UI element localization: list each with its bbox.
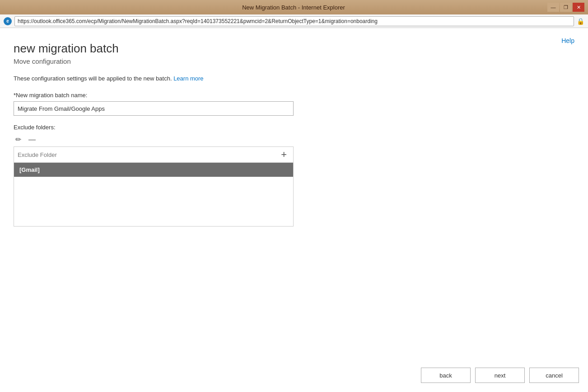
description-prefix: These configuration settings will be app… — [14, 75, 172, 82]
bottom-bar: back next cancel — [421, 368, 579, 383]
batch-name-label: *New migration batch name: — [14, 92, 574, 99]
help-link[interactable]: Help — [561, 37, 574, 44]
batch-name-input[interactable] — [14, 101, 294, 116]
address-input[interactable] — [14, 16, 574, 26]
lock-icon: 🔒 — [577, 18, 584, 25]
browser-icon: e — [4, 17, 12, 25]
close-button[interactable]: ✕ — [573, 3, 584, 12]
back-button[interactable]: back — [421, 368, 471, 383]
list-item[interactable]: [Gmail] — [14, 163, 293, 177]
folder-input-row: + — [14, 147, 293, 163]
window-controls[interactable]: — ❐ ✕ — [547, 3, 584, 12]
restore-button[interactable]: ❐ — [560, 3, 572, 12]
edit-icon: ✏ — [15, 136, 21, 143]
description-text: These configuration settings will be app… — [14, 75, 574, 82]
address-bar: e 🔒 — [0, 14, 588, 28]
remove-icon: — — [28, 136, 36, 143]
cancel-button[interactable]: cancel — [529, 368, 579, 383]
remove-icon-button[interactable]: — — [27, 134, 37, 145]
toolbar-row: ✏ — — [14, 134, 574, 145]
exclude-folders-label: Exclude folders: — [14, 124, 574, 131]
add-folder-button[interactable]: + — [278, 150, 289, 160]
window-title: New Migration Batch - Internet Explorer — [40, 4, 547, 11]
page-title: new migration batch — [14, 42, 574, 56]
content-area: Help new migration batch Move configurat… — [0, 28, 588, 392]
exclude-folder-input[interactable] — [18, 151, 278, 158]
minimize-button[interactable]: — — [547, 3, 559, 12]
folder-list: [Gmail] — [14, 163, 293, 226]
page-subtitle: Move configuration — [14, 57, 574, 65]
title-bar: New Migration Batch - Internet Explorer … — [0, 0, 588, 14]
next-button[interactable]: next — [475, 368, 525, 383]
learn-more-link[interactable]: Learn more — [173, 75, 203, 82]
folder-panel: + [Gmail] — [14, 146, 294, 227]
edit-icon-button[interactable]: ✏ — [14, 134, 23, 145]
